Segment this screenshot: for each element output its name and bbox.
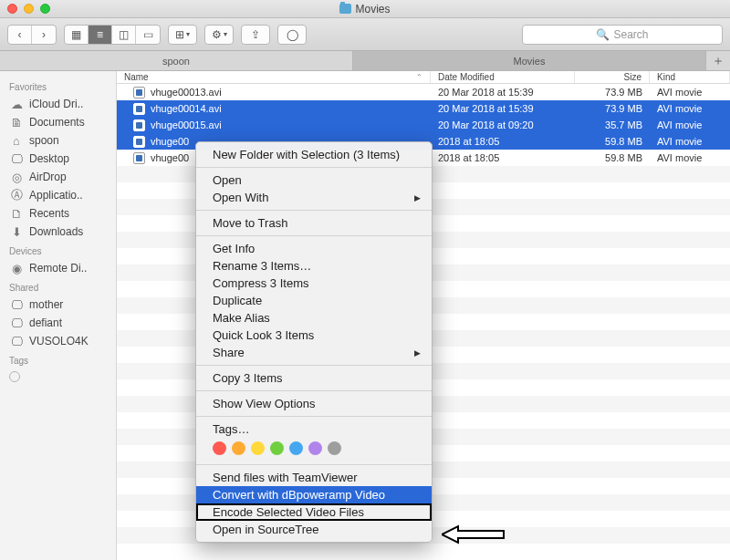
context-menu-item[interactable]: Open in SourceTree	[196, 521, 432, 538]
context-menu-item[interactable]: Open With	[196, 189, 432, 206]
table-row[interactable]: vhuge00013.avi20 Mar 2018 at 15:3973.9 M…	[117, 84, 730, 100]
sidebar-item-all-tags[interactable]	[0, 368, 116, 385]
file-kind: AVI movie	[650, 136, 730, 147]
tag-color-icon[interactable]	[308, 441, 322, 455]
context-menu-item[interactable]: Rename 3 Items…	[196, 257, 432, 275]
recents-icon: 🗋	[9, 207, 24, 220]
context-menu-item[interactable]: Open	[196, 171, 432, 189]
screen-icon: 🖵	[9, 316, 24, 329]
context-menu-item[interactable]: Tags…	[196, 420, 432, 438]
context-menu-item[interactable]: Show View Options	[196, 395, 432, 412]
sidebar-item-spoon[interactable]: ⌂spoon	[0, 131, 116, 150]
file-name: vhuge00013.avi	[151, 87, 222, 98]
context-menu-item[interactable]: Share	[196, 344, 432, 361]
annotation-arrow	[442, 524, 506, 544]
context-menu-item[interactable]: Duplicate	[196, 292, 432, 309]
context-menu-item[interactable]: New Folder with Selection (3 Items)	[196, 146, 432, 163]
file-size: 73.9 MB	[575, 103, 650, 114]
search-icon: 🔍	[596, 28, 610, 41]
context-menu-item[interactable]: Quick Look 3 Items	[196, 327, 432, 344]
list-view-button[interactable]: ≡	[89, 26, 112, 44]
forward-button[interactable]: ›	[32, 26, 56, 44]
sidebar-item-downloads[interactable]: ⬇Downloads	[0, 223, 116, 241]
sidebar-item-icloud[interactable]: ☁iCloud Dri..	[0, 95, 116, 113]
file-date: 20 Mar 2018 at 15:39	[431, 103, 575, 114]
file-icon	[133, 103, 145, 115]
column-view-button[interactable]: ◫	[112, 26, 136, 44]
column-kind[interactable]: Kind	[650, 71, 730, 83]
context-menu-item[interactable]: Compress 3 Items	[196, 275, 432, 292]
file-icon	[133, 136, 145, 148]
tab-bar: spoon Movies ＋	[0, 51, 730, 71]
folder-icon	[339, 4, 351, 14]
back-button[interactable]: ‹	[8, 26, 32, 44]
context-menu-separator	[196, 416, 432, 417]
context-menu-item[interactable]: Convert with dBpoweramp Video	[196, 486, 432, 503]
context-menu-item[interactable]: Get Info	[196, 240, 432, 257]
context-menu-separator	[196, 464, 432, 465]
tab-movies[interactable]: Movies	[353, 51, 706, 70]
sidebar-item-airdrop[interactable]: ◎AirDrop	[0, 168, 116, 186]
file-kind: AVI movie	[650, 119, 730, 130]
empty-row	[117, 544, 730, 560]
column-date[interactable]: Date Modified	[431, 71, 575, 83]
context-menu-item[interactable]: Encode Selected Video Files	[196, 503, 432, 521]
tab-spoon[interactable]: spoon	[0, 51, 353, 70]
home-icon: ⌂	[9, 134, 24, 147]
airdrop-icon: ◎	[9, 171, 24, 183]
context-menu-item[interactable]: Make Alias	[196, 309, 432, 327]
context-menu: New Folder with Selection (3 Items)OpenO…	[195, 141, 433, 543]
file-date: 2018 at 18:05	[431, 136, 575, 147]
context-menu-item[interactable]: Copy 3 Items	[196, 369, 432, 387]
sidebar-item-applications[interactable]: ⒶApplicatio..	[0, 186, 116, 204]
file-kind: AVI movie	[650, 152, 730, 163]
tag-color-icon[interactable]	[328, 441, 341, 455]
file-size: 59.8 MB	[575, 152, 650, 163]
tags-button[interactable]: ◯	[277, 25, 307, 45]
action-button[interactable]: ⚙▾	[204, 25, 234, 45]
file-date: 20 Mar 2018 at 09:20	[431, 119, 575, 130]
svg-marker-0	[442, 526, 504, 543]
sidebar-section-tags: Tags	[0, 350, 116, 368]
context-menu-item[interactable]: Send files with TeamViewer	[196, 469, 432, 486]
context-menu-item[interactable]: Move to Trash	[196, 214, 432, 232]
window-title-text: Movies	[355, 3, 390, 16]
column-name[interactable]: Name⌃	[117, 71, 431, 83]
tag-color-icon[interactable]	[270, 441, 284, 455]
file-size: 73.9 MB	[575, 87, 650, 98]
share-button[interactable]: ⇪	[241, 25, 270, 45]
tag-color-icon[interactable]	[289, 441, 303, 455]
document-icon: 🗎	[9, 116, 24, 129]
sidebar-item-remote-disc[interactable]: ◉Remote Di..	[0, 259, 116, 277]
column-size[interactable]: Size	[575, 71, 650, 83]
sidebar: Favorites ☁iCloud Dri.. 🗎Documents ⌂spoo…	[0, 71, 117, 560]
file-kind: AVI movie	[650, 103, 730, 114]
share-icon: ⇪	[251, 28, 260, 41]
search-input[interactable]: 🔍 Search	[522, 25, 723, 45]
table-row[interactable]: vhuge00015.avi20 Mar 2018 at 09:2035.7 M…	[117, 117, 730, 133]
context-menu-separator	[196, 235, 432, 236]
context-menu-separator	[196, 167, 432, 168]
tag-color-icon[interactable]	[251, 441, 265, 455]
tag-color-icon[interactable]	[232, 441, 245, 455]
new-tab-button[interactable]: ＋	[706, 51, 730, 70]
context-menu-tags	[196, 438, 432, 461]
tag-color-icon[interactable]	[213, 441, 226, 455]
sidebar-item-mother[interactable]: 🖵mother	[0, 296, 116, 314]
gallery-view-button[interactable]: ▭	[136, 26, 160, 44]
applications-icon: Ⓐ	[9, 189, 24, 202]
sidebar-item-defiant[interactable]: 🖵defiant	[0, 314, 116, 332]
sidebar-item-desktop[interactable]: 🖵Desktop	[0, 150, 116, 168]
window-title: Movies	[0, 3, 730, 16]
icon-view-button[interactable]: ▦	[65, 26, 89, 44]
sort-indicator-icon: ⌃	[416, 73, 422, 81]
disc-icon: ◉	[9, 262, 24, 275]
arrange-button[interactable]: ⊞▾	[168, 25, 197, 45]
screen-icon: 🖵	[9, 298, 24, 311]
sidebar-item-documents[interactable]: 🗎Documents	[0, 113, 116, 131]
file-date: 20 Mar 2018 at 15:39	[431, 87, 575, 98]
table-row[interactable]: vhuge00014.avi20 Mar 2018 at 15:3973.9 M…	[117, 100, 730, 117]
file-size: 35.7 MB	[575, 119, 650, 130]
sidebar-item-recents[interactable]: 🗋Recents	[0, 204, 116, 223]
sidebar-item-vusolo4k[interactable]: 🖵VUSOLO4K	[0, 332, 116, 350]
